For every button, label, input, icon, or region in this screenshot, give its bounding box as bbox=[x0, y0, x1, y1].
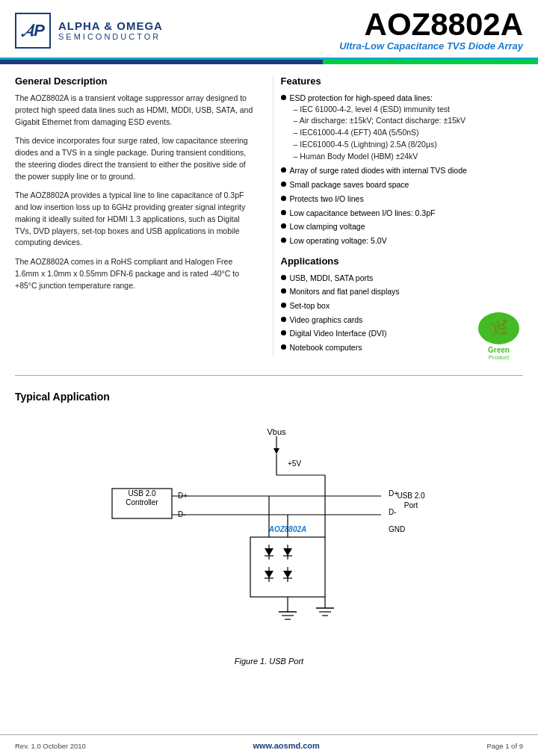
green-leaf-icon: 🌿 bbox=[489, 319, 508, 337]
app-bullet-3 bbox=[281, 303, 286, 308]
right-column: Features ESD protection for high-speed d… bbox=[273, 75, 524, 356]
features-title: Features bbox=[281, 75, 524, 87]
esd-sub-list: IEC 61000-4-2, level 4 (ESD) immunity te… bbox=[294, 104, 466, 163]
footer-website: www.aosmd.com bbox=[253, 741, 319, 750]
svg-marker-1 bbox=[273, 448, 279, 454]
left-column: General Description The AOZ8802A is a tr… bbox=[15, 75, 273, 356]
header: 𝓐P ALPHA & OMEGA SEMICONDUCTOR AOZ8802A … bbox=[0, 0, 538, 60]
footer-page: Page 1 of 9 bbox=[486, 742, 523, 750]
svg-marker-15 bbox=[283, 571, 292, 578]
desc-para-2: This device incorporates four surge rate… bbox=[15, 135, 258, 182]
bullet-esd bbox=[281, 95, 286, 100]
usb-controller-label-bot: Controller bbox=[126, 498, 158, 506]
bullet-7 bbox=[281, 238, 286, 243]
feature-item-esd: ESD protection for high-speed data lines… bbox=[281, 93, 524, 162]
feature-text-4: Protects two I/O lines bbox=[290, 193, 364, 205]
app-bullet-2 bbox=[281, 288, 286, 294]
green-circle: 🌿 bbox=[478, 312, 519, 344]
general-desc-title: General Description bbox=[15, 75, 258, 87]
green-product-badge: 🌿 Green Product bbox=[474, 312, 523, 361]
vbus-label: Vbus bbox=[267, 427, 286, 436]
esd-sub-2: Air discharge: ±15kV; Contact discharge:… bbox=[294, 115, 466, 127]
gnd-label-right: GND bbox=[389, 525, 405, 533]
bullet-5 bbox=[281, 210, 286, 215]
applications-title: Applications bbox=[281, 255, 524, 267]
feature-item-5: Low capacitance between I/O lines: 0.3pF bbox=[281, 208, 524, 219]
app-item-1: USB, MDDI, SATA ports bbox=[281, 273, 524, 284]
esd-sub-3: IEC61000-4-4 (EFT) 40A (5/50nS) bbox=[294, 127, 466, 139]
app-bullet-4 bbox=[281, 317, 286, 322]
feature-text-7: Low operating voltage: 5.0V bbox=[290, 235, 387, 247]
logo-omega: 𝓐P bbox=[21, 21, 45, 40]
main-content: General Description The AOZ8802A is a tr… bbox=[0, 64, 538, 368]
app-bullet-5 bbox=[281, 330, 286, 335]
usb-controller-label-top: USB 2.0 bbox=[128, 489, 156, 498]
app-bullet-1 bbox=[281, 275, 286, 280]
5v-label: +5V bbox=[288, 459, 301, 468]
feature-text-2: Array of surge rated diodes with interna… bbox=[290, 165, 467, 176]
app-text-4: Video graphics cards bbox=[290, 315, 363, 326]
features-list: ESD protection for high-speed data lines… bbox=[281, 93, 524, 247]
feature-item-6: Low clamping voltage bbox=[281, 221, 524, 232]
part-info: AOZ8802A Ultra-Low Capacitance TVS Diode… bbox=[339, 9, 523, 52]
feature-text-3: Small package saves board space bbox=[290, 179, 409, 190]
figure-caption: Figure 1. USB Port bbox=[15, 657, 523, 666]
circuit-diagram: Vbus +5V USB 2.0 Controller D+ D- bbox=[15, 414, 523, 653]
app-item-3: Set-top box bbox=[281, 300, 524, 312]
esd-sub-4: IEC61000-4-5 (Lightning) 2.5A (8/20µs) bbox=[294, 139, 466, 151]
app-text-1: USB, MDDI, SATA ports bbox=[290, 273, 374, 284]
company-name: ALPHA & OMEGA SEMICONDUCTOR bbox=[58, 19, 163, 41]
usb-port-label-top: USB 2.0 bbox=[397, 492, 425, 500]
svg-marker-6 bbox=[265, 548, 273, 556]
dminus-label-right: D- bbox=[389, 508, 397, 516]
typical-application-section: Typical Application Vbus +5V USB 2.0 Con… bbox=[0, 383, 538, 677]
app-bullet-6 bbox=[281, 344, 286, 350]
feature-text-5: Low capacitance between I/O lines: 0.3pF bbox=[290, 208, 436, 219]
section-divider bbox=[15, 375, 523, 376]
bullet-6 bbox=[281, 223, 286, 229]
feature-item-3: Small package saves board space bbox=[281, 179, 524, 190]
bullet-3 bbox=[281, 182, 286, 187]
logo-area: 𝓐P ALPHA & OMEGA SEMICONDUCTOR bbox=[15, 13, 163, 49]
company-semi: SEMICONDUCTOR bbox=[58, 32, 163, 41]
esd-sub-1: IEC 61000-4-2, level 4 (ESD) immunity te… bbox=[294, 104, 466, 116]
part-desc: Ultra-Low Capacitance TVS Diode Array bbox=[339, 40, 523, 52]
svg-marker-12 bbox=[265, 571, 273, 578]
svg-marker-9 bbox=[283, 548, 292, 556]
feature-item-2: Array of surge rated diodes with interna… bbox=[281, 165, 524, 176]
bullet-2 bbox=[281, 167, 286, 173]
app-text-3: Set-top box bbox=[290, 300, 330, 312]
app-text-6: Notebook computers bbox=[290, 342, 362, 353]
green-label: Green bbox=[488, 346, 510, 354]
company-alpha: ALPHA & OMEGA bbox=[58, 19, 163, 32]
app-item-2: Monitors and flat panel displays bbox=[281, 286, 524, 297]
footer: Rev. 1.0 October 2010 www.aosmd.com Page… bbox=[0, 734, 538, 756]
green-product-sub: Product bbox=[489, 354, 510, 361]
logo-box: 𝓐P bbox=[15, 13, 51, 49]
app-text-5: Digital Video Interface (DVI) bbox=[290, 328, 387, 339]
bullet-4 bbox=[281, 196, 286, 201]
feature-text-6: Low clamping voltage bbox=[290, 221, 365, 232]
feature-esd-text: ESD protection for high-speed data lines… bbox=[290, 93, 433, 102]
esd-sub-5: Human Body Model (HBM) ±24kV bbox=[294, 151, 466, 163]
footer-rev: Rev. 1.0 October 2010 bbox=[15, 742, 86, 750]
app-text-2: Monitors and flat panel displays bbox=[290, 286, 400, 297]
applications-area: Applications USB, MDDI, SATA ports Monit… bbox=[281, 255, 524, 353]
typical-app-title: Typical Application bbox=[15, 391, 523, 403]
feature-item-7: Low operating voltage: 5.0V bbox=[281, 235, 524, 247]
feature-item-4: Protects two I/O lines bbox=[281, 193, 524, 205]
usb-port-label-bot: Port bbox=[404, 501, 418, 509]
desc-para-3: The AOZ8802A provides a typical line to … bbox=[15, 190, 258, 249]
desc-para-1: The AOZ8802A is a transient voltage supp… bbox=[15, 93, 258, 128]
circuit-svg: Vbus +5V USB 2.0 Controller D+ D- bbox=[90, 421, 448, 645]
part-number: AOZ8802A bbox=[339, 9, 523, 40]
desc-para-4: The AOZ8802A comes in a RoHS compliant a… bbox=[15, 256, 258, 291]
